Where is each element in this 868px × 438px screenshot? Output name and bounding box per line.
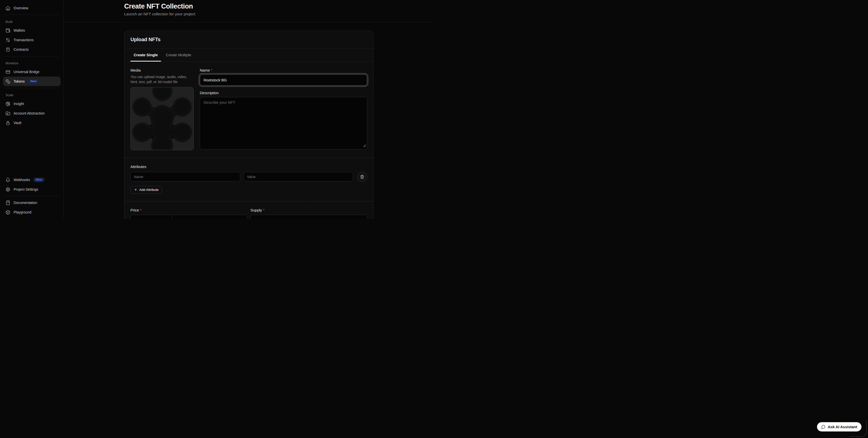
description-wrap bbox=[200, 97, 367, 149]
sidebar: Overview Build Wallets Transactions Cont… bbox=[0, 0, 64, 219]
sidebar-item-label: Universal Bridge bbox=[13, 70, 39, 74]
sidebar-section-build: Build bbox=[3, 16, 61, 26]
sidebar-item-label: Wallets bbox=[13, 28, 25, 32]
attribute-name-input[interactable] bbox=[130, 172, 240, 181]
sidebar-item-wallets[interactable]: Wallets bbox=[3, 26, 61, 35]
sidebar-item-label: Insight bbox=[13, 102, 24, 106]
nft-description-textarea[interactable] bbox=[200, 97, 367, 149]
add-attribute-button[interactable]: Add Attribute bbox=[130, 186, 162, 194]
new-badge: New bbox=[28, 79, 39, 84]
attributes-section: Attributes Add Attribute bbox=[124, 158, 373, 201]
upload-nfts-card: Upload NFTs Create Single Create Multipl… bbox=[124, 31, 373, 219]
required-asterisk: * bbox=[263, 208, 265, 212]
sidebar-item-tokens[interactable]: Tokens New bbox=[3, 77, 61, 86]
attribute-value-input[interactable] bbox=[244, 172, 353, 181]
app-root: Overview Build Wallets Transactions Cont… bbox=[0, 0, 434, 219]
main-content: Create NFT Collection Launch an NFT coll… bbox=[64, 0, 434, 219]
smart-account-icon bbox=[5, 111, 10, 116]
sidebar-spacer bbox=[3, 128, 61, 175]
arrows-left-right-icon bbox=[5, 38, 10, 42]
sidebar-divider bbox=[4, 88, 60, 88]
sidebar-item-documentation[interactable]: Documentation bbox=[3, 198, 61, 207]
sidebar-divider bbox=[4, 196, 60, 196]
tab-create-single[interactable]: Create Single bbox=[130, 48, 161, 61]
sidebar-item-label: Project Settings bbox=[13, 188, 38, 191]
sidebar-item-label: Account Abstraction bbox=[13, 111, 45, 115]
form-row: Media You can upload image, audio, video… bbox=[124, 62, 373, 158]
sidebar-divider bbox=[4, 56, 60, 56]
sidebar-item-insight[interactable]: Insight bbox=[3, 99, 61, 108]
gear-icon bbox=[5, 187, 10, 192]
card-header: Upload NFTs bbox=[124, 31, 373, 48]
supply-input[interactable] bbox=[251, 215, 367, 219]
chevron-down-icon bbox=[239, 218, 244, 219]
sidebar-item-project-settings[interactable]: Project Settings bbox=[3, 184, 61, 194]
supply-label: Supply* bbox=[251, 208, 367, 212]
bell-icon bbox=[5, 177, 10, 182]
book-icon bbox=[5, 200, 10, 205]
supply-column: Supply* bbox=[251, 208, 367, 219]
attribute-row bbox=[130, 172, 367, 182]
sidebar-item-webhooks[interactable]: Webhooks New bbox=[3, 175, 61, 184]
nft-name-input[interactable] bbox=[200, 74, 367, 86]
sidebar-item-label: Overview bbox=[13, 6, 28, 10]
price-amount-input[interactable] bbox=[131, 215, 172, 219]
page-title: Create NFT Collection bbox=[124, 2, 434, 10]
lock-icon bbox=[5, 121, 10, 125]
coins-icon bbox=[5, 79, 10, 84]
cube-icon bbox=[5, 210, 10, 215]
page-header: Create NFT Collection Launch an NFT coll… bbox=[64, 0, 434, 22]
sidebar-item-overview[interactable]: Overview bbox=[3, 3, 61, 13]
sidebar-item-account-abstraction[interactable]: Account Abstraction bbox=[3, 108, 61, 118]
home-icon bbox=[5, 6, 10, 10]
price-supply-section: Price* Select Token bbox=[124, 201, 373, 219]
sidebar-item-contracts[interactable]: Contracts bbox=[3, 45, 61, 54]
description-label: Description bbox=[200, 91, 367, 95]
media-description: You can upload image, audio, video, html… bbox=[130, 74, 194, 85]
contract-icon bbox=[5, 47, 10, 52]
price-input-group: Select Token bbox=[130, 215, 247, 219]
sidebar-item-label: Playground bbox=[13, 210, 31, 214]
wallet-icon bbox=[5, 28, 10, 33]
delete-attribute-button[interactable] bbox=[357, 172, 367, 182]
token-select-dropdown[interactable]: Select Token bbox=[172, 215, 247, 219]
card-title: Upload NFTs bbox=[130, 37, 367, 42]
media-column: Media You can upload image, audio, video… bbox=[130, 68, 194, 150]
required-asterisk: * bbox=[140, 208, 142, 212]
tab-bar: Create Single Create Multiple bbox=[124, 48, 373, 62]
sidebar-item-label: Vault bbox=[13, 121, 21, 125]
sidebar-item-transactions[interactable]: Transactions bbox=[3, 35, 61, 45]
trash-icon bbox=[360, 175, 364, 179]
media-label: Media bbox=[130, 68, 194, 72]
sidebar-divider bbox=[4, 14, 60, 15]
sidebar-section-monetize: Monetize bbox=[3, 58, 61, 67]
required-asterisk: * bbox=[211, 68, 212, 72]
sidebar-item-label: Documentation bbox=[13, 201, 37, 205]
sidebar-item-label: Webhooks bbox=[13, 178, 30, 182]
tab-create-multiple[interactable]: Create Multiple bbox=[163, 48, 194, 61]
sidebar-item-playground[interactable]: Playground bbox=[3, 207, 61, 217]
price-label: Price* bbox=[130, 208, 247, 212]
sidebar-item-universal-bridge[interactable]: Universal Bridge bbox=[3, 67, 61, 77]
sidebar-item-label: Transactions bbox=[13, 38, 34, 42]
new-badge: New bbox=[33, 177, 44, 182]
fields-column: Name* Description bbox=[200, 68, 367, 150]
sidebar-item-label: Tokens bbox=[13, 79, 25, 83]
page-subtitle: Launch an NFT collection for your projec… bbox=[124, 12, 434, 16]
sidebar-item-vault[interactable]: Vault bbox=[3, 118, 61, 128]
price-column: Price* Select Token bbox=[130, 208, 247, 219]
media-blob-artwork bbox=[131, 88, 193, 150]
media-upload-preview[interactable] bbox=[130, 87, 194, 150]
name-label: Name* bbox=[200, 68, 367, 72]
plus-icon bbox=[134, 188, 137, 191]
sidebar-item-label: Contracts bbox=[13, 47, 29, 52]
sidebar-section-scale: Scale bbox=[3, 90, 61, 99]
attributes-label: Attributes bbox=[130, 165, 367, 169]
package-search-icon bbox=[5, 101, 10, 106]
credit-card-icon bbox=[5, 70, 10, 74]
